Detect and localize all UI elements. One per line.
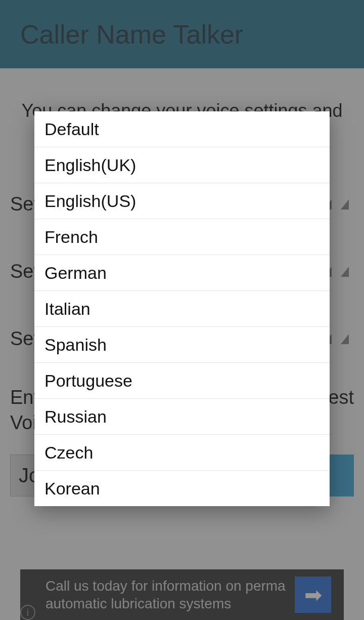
option-label: English(US) <box>44 191 136 211</box>
language-option-german[interactable]: German <box>34 255 330 291</box>
option-label: English(UK) <box>44 155 136 175</box>
language-option-russian[interactable]: Russian <box>34 399 330 435</box>
language-option-portuguese[interactable]: Portuguese <box>34 363 330 399</box>
language-option-spanish[interactable]: Spanish <box>34 327 330 363</box>
language-option-english-uk[interactable]: English(UK) <box>34 147 330 183</box>
language-option-french[interactable]: French <box>34 219 330 255</box>
option-label: Default <box>44 119 99 139</box>
language-option-czech[interactable]: Czech <box>34 435 330 471</box>
language-picker-dialog: Default English(UK) English(US) French G… <box>34 111 330 506</box>
language-option-korean[interactable]: Korean <box>34 471 330 506</box>
option-label: Korean <box>44 479 100 499</box>
option-label: German <box>44 263 107 283</box>
language-option-italian[interactable]: Italian <box>34 291 330 327</box>
language-option-english-us[interactable]: English(US) <box>34 183 330 219</box>
option-label: French <box>44 227 98 247</box>
option-label: Portuguese <box>44 371 132 391</box>
option-label: Russian <box>44 407 107 427</box>
option-label: Spanish <box>44 335 107 355</box>
option-label: Czech <box>44 443 93 463</box>
language-option-default[interactable]: Default <box>34 111 330 147</box>
option-label: Italian <box>44 299 90 319</box>
